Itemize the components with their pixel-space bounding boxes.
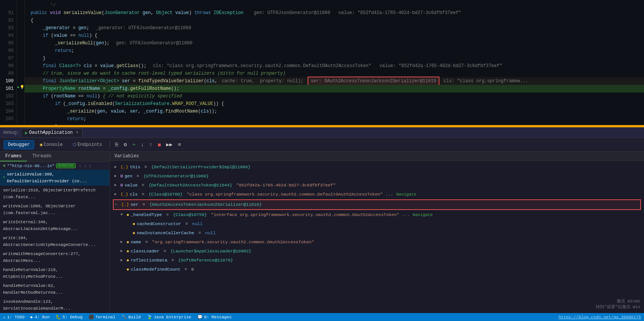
expand-icon[interactable]: ▼ (120, 211, 125, 219)
var-item-value[interactable]: ▶ ⊞ value = {DefaultOAuth2AccessToken@11… (110, 181, 644, 190)
toolbar-resume-btn[interactable]: ▶▶ (165, 141, 174, 149)
frame-item[interactable]: writeInternal:346, AbstractJackson2HttpM… (0, 218, 109, 233)
terminal-label: Terminal (95, 315, 116, 319)
var-name: cachedConstructor (137, 220, 181, 228)
var-item-reflectiondata[interactable]: ▶ ◆ reflectionData = {SoftReference@1107… (110, 256, 644, 265)
frame-label: invokeAndHandle:123, ServletInvocableHan… (3, 298, 106, 312)
code-line: if (rootName == null) { // not explicitl… (25, 92, 644, 100)
expand-icon[interactable]: ▶ (114, 172, 119, 180)
var-item-gen[interactable]: ▶ ⊞ gen = {UTF8JsonGenerator@11060} (110, 172, 644, 181)
toolbar-console-tab[interactable]: ▣ Console (36, 141, 67, 149)
var-gen-icon: ⊞ (120, 172, 123, 180)
toolbar-endpoints-tab[interactable]: ⬡ Endpoints (69, 141, 106, 149)
var-item-this[interactable]: ▶ {.} this = {DefaultSerializerProvider$… (110, 163, 644, 172)
code-line: _generator = gen; _generator: UTF8JsonGe… (25, 24, 644, 32)
expand-icon[interactable]: ▶ (114, 182, 119, 189)
var-value: {OAuth2AccessTokenJackson2Serializer@110… (149, 201, 262, 208)
frame-label: handleReturnValue:219, HttpEntityMethodP… (3, 266, 106, 280)
expand-icon[interactable]: ▶ (114, 163, 119, 171)
toolbar-step-out-btn[interactable]: ↑ (148, 141, 154, 149)
frames-list[interactable]: ▼ *"http-nio-88...in" RUNNING ↑ ↓ ↕ ➤ se… (0, 162, 109, 313)
var-eq: = (140, 201, 148, 208)
var-field-icon: ◆ (133, 229, 135, 237)
var-ser-icon: {.} (121, 201, 129, 208)
var-value-icon: ⊞ (120, 182, 123, 189)
toolbar-separator (109, 141, 110, 149)
var-name: reflectionData (131, 257, 167, 264)
var-value: {UTF8JsonGenerator@11060} (143, 172, 209, 180)
toolbar-step-over-btn[interactable]: ↷ (131, 141, 137, 149)
var-item-newinstance-cache[interactable]: ◆ newInstanceCallerCache = null (110, 229, 644, 238)
tab-close-btn[interactable]: × (76, 130, 78, 135)
var-name: classLoader (131, 247, 159, 255)
status-spring[interactable]: 🍃 Java Enterprise (147, 315, 191, 319)
expand-icon[interactable]: ▶ (120, 257, 125, 264)
frame-item[interactable]: writeValue:1006, ObjectWriter (com.faste… (0, 202, 109, 218)
status-debug[interactable]: 🐛 5: Debug (56, 315, 83, 319)
expand-icon[interactable]: ▷ (115, 201, 120, 208)
todo-icon: ⚠ (3, 315, 6, 319)
var-eq: = (183, 220, 191, 228)
status-build[interactable]: 🔨 Build (122, 315, 141, 319)
var-eq: = (196, 229, 204, 237)
code-line: { (25, 17, 644, 24)
toolbar-stop-btn[interactable]: ◼ (156, 141, 162, 149)
toolbar-evaluate-btn[interactable]: ≡ (176, 141, 182, 149)
navigate-link[interactable]: Navigate (396, 191, 416, 198)
expand-icon[interactable]: ▶ (120, 247, 125, 255)
status-run[interactable]: ▶ 4: Run (31, 315, 50, 319)
frame-item[interactable]: write:104, AbstractGenericHttpMessageCon… (0, 233, 109, 249)
endpoints-icon: ⬡ (73, 142, 77, 147)
expand-icon[interactable]: ▶ (114, 191, 119, 198)
toolbar-settings-btn[interactable]: ⚙ (122, 141, 128, 149)
var-name: this (130, 163, 141, 171)
toolbar-step-into-btn[interactable]: ↓ (139, 141, 145, 149)
code-line: if (_config.isEnabled(SerializationFeatu… (25, 100, 644, 108)
frame-item[interactable]: handleReturnValue:219, HttpEntityMethodP… (0, 265, 109, 281)
csdn-link[interactable]: https://blog.csdn.net/qq_38800175 (558, 315, 641, 319)
frame-item[interactable]: handleReturnValue:82, HandlerMethodRetur… (0, 281, 109, 297)
frame-label: serialize:1516, ObjectWriter$Prefetch (c… (3, 187, 106, 200)
toolbar-debugger-tab[interactable]: Debugger (4, 140, 34, 149)
tab-threads[interactable]: Threads (27, 152, 56, 161)
code-line: if (value == null) { (25, 32, 644, 39)
toolbar-copy-btn[interactable]: ⎘ (114, 141, 120, 149)
frame-label: serializeValue:309, DefaultSerializerPro… (7, 171, 106, 185)
status-terminal[interactable]: ⬛ Terminal (89, 315, 116, 319)
panels-container: Frames Threads ▼ *"http-nio-88...in" RUN… (0, 152, 644, 313)
todo-label: 1: TODO (7, 315, 25, 319)
frame-label: handleReturnValue:82, HandlerMethodRetur… (3, 282, 106, 296)
frame-item-active[interactable]: ➤ serializeValue:309, DefaultSerializerP… (0, 170, 109, 186)
frame-item[interactable]: serialize:1516, ObjectWriter$Prefetch (c… (0, 186, 109, 202)
var-item-classloader[interactable]: ▶ ◆ classLoader = {Launcher$AppClassLoad… (110, 247, 644, 256)
var-item-cached-constructor[interactable]: ◆ cachedConstructor = null (110, 219, 644, 229)
frame-item[interactable]: invokeAndHandle:123, ServletInvocableHan… (0, 297, 109, 313)
frame-label: write:104, AbstractGenericHttpMessageCon… (3, 235, 106, 248)
build-icon: 🔨 (122, 315, 127, 319)
var-item-name[interactable]: ▶ ◆ name = "org.springframework.security… (110, 238, 644, 247)
var-field-icon: ◆ (127, 211, 129, 219)
var-item-cls[interactable]: ▶ {.} cls = {Class@10760} "class org.spr… (110, 190, 644, 199)
code-content[interactable]: */ public void serializeValue(JsonGenera… (25, 0, 644, 127)
var-value: {Class@10759} (173, 211, 207, 219)
status-todo[interactable]: ⚠ 1: TODO (3, 315, 25, 319)
var-eq: = (143, 238, 151, 246)
thread-status-badge: RUNNING (56, 163, 76, 168)
tab-frames[interactable]: Frames (0, 152, 27, 161)
var-name: gen (125, 172, 133, 180)
debug-toolbar: Debugger ▣ Console ⬡ Endpoints ⎘ ⚙ ↷ ↓ ↑… (0, 138, 644, 152)
frame-item[interactable]: writeWithMessageConverters:277, Abstract… (0, 249, 109, 265)
tab-oauth-application[interactable]: ▶ OauthApplication × (21, 128, 83, 137)
expand-icon (120, 266, 125, 273)
var-item-classredefinedcount[interactable]: ◆ classRedefinedCount = 0 (110, 265, 644, 274)
var-item-ser[interactable]: ▷ {.} ser = {OAuth2AccessTokenJackson2Se… (113, 199, 641, 210)
status-messages[interactable]: 💬 0: Messages (197, 315, 232, 319)
navigate-link[interactable]: Navigate (413, 211, 433, 219)
var-eq: = (169, 257, 177, 264)
variables-panel: Variables ▶ {.} this = {DefaultSerialize… (110, 152, 644, 313)
variables-list[interactable]: ▶ {.} this = {DefaultSerializerProvider$… (110, 161, 644, 313)
var-value: {Class@10760} (148, 191, 183, 198)
expand-icon[interactable]: ▶ (120, 238, 125, 246)
var-item-handledtype[interactable]: ▼ ◆ _handledType = {Class@10759} "interf… (110, 210, 644, 219)
gutter: ● 💡 (17, 0, 25, 127)
